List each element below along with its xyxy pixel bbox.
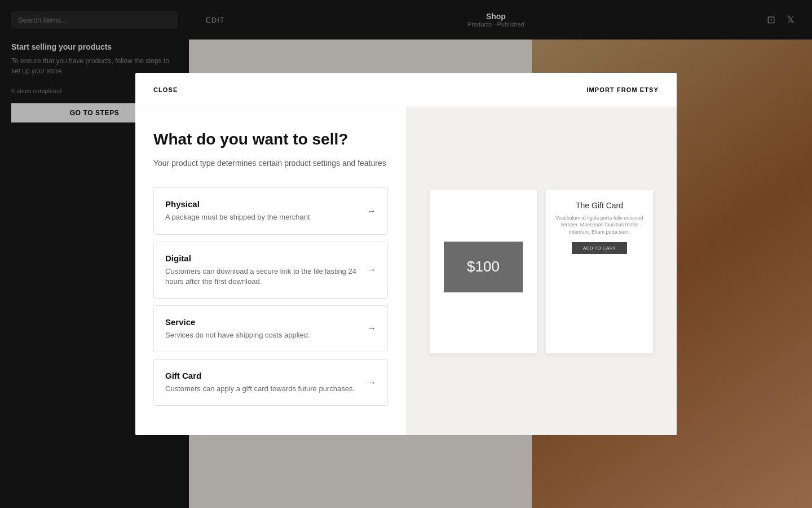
preview-physical-desc: Vestibulum id ligula porta felio euismod… [555, 214, 644, 236]
digital-arrow-icon: → [367, 265, 376, 275]
physical-card-content: Physical A package must be shipped by th… [165, 199, 358, 222]
modal-overlay: CLOSE IMPORT FROM ETSY What do you want … [0, 0, 812, 508]
gift-card-title: Gift Card [165, 371, 358, 380]
service-product-card[interactable]: Service Services do not have shipping co… [153, 305, 388, 352]
digital-title: Digital [165, 253, 358, 263]
gift-card-arrow-icon: → [367, 378, 376, 388]
digital-card-content: Digital Customers can download a secure … [165, 253, 358, 287]
service-arrow-icon: → [367, 323, 376, 334]
modal-left-panel: What do you want to sell? Your product t… [135, 107, 406, 436]
modal-header: CLOSE IMPORT FROM ETSY [135, 73, 677, 107]
preview-gift-card: $100 [430, 190, 537, 353]
physical-product-card[interactable]: Physical A package must be shipped by th… [153, 187, 388, 234]
preview-cards-row: $100 The Gift Card Vestibulum id ligula … [430, 190, 653, 353]
close-button[interactable]: CLOSE [153, 86, 178, 93]
preview-add-to-cart-btn: ADD TO CART [572, 242, 627, 254]
modal-right-panel: $100 The Gift Card Vestibulum id ligula … [406, 107, 677, 436]
preview-physical-card: The Gift Card Vestibulum id ligula porta… [546, 190, 653, 353]
service-title: Service [165, 317, 358, 327]
physical-description: A package must be shipped by the merchan… [165, 212, 358, 222]
physical-arrow-icon: → [367, 206, 376, 216]
gift-card-content: Gift Card Customers can apply a gift car… [165, 371, 358, 394]
import-from-etsy-button[interactable]: IMPORT FROM ETSY [586, 86, 659, 93]
modal-body: What do you want to sell? Your product t… [135, 107, 677, 436]
gift-card-description: Customers can apply a gift card towards … [165, 384, 358, 394]
service-description: Services do not have shipping costs appl… [165, 330, 358, 340]
preview-physical-title: The Gift Card [576, 201, 623, 210]
digital-description: Customers can download a secure link to … [165, 266, 358, 287]
physical-title: Physical [165, 199, 358, 209]
modal-title: What do you want to sell? [153, 130, 388, 149]
modal-subtitle: Your product type determines certain pro… [153, 157, 388, 169]
gift-card-product-card[interactable]: Gift Card Customers can apply a gift car… [153, 359, 388, 406]
service-card-content: Service Services do not have shipping co… [165, 317, 358, 340]
preview-gift-inner: $100 [444, 242, 523, 292]
preview-gift-amount: $100 [467, 258, 500, 275]
digital-product-card[interactable]: Digital Customers can download a secure … [153, 242, 388, 299]
modal-dialog: CLOSE IMPORT FROM ETSY What do you want … [135, 73, 677, 436]
